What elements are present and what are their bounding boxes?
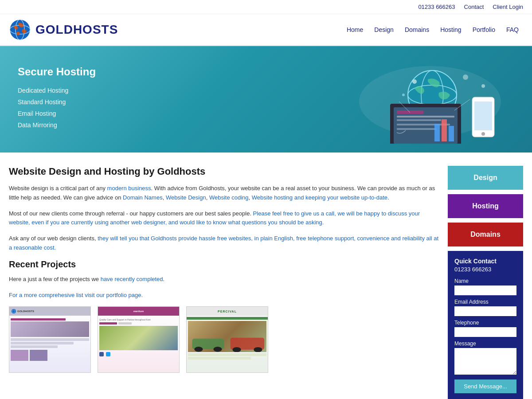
thumb-body: [187, 320, 268, 362]
thumb-facebook: [99, 352, 104, 356]
thumb-row: [188, 353, 266, 356]
quick-contact-form: Quick Contact 01233 666263 Name Email Ad…: [448, 251, 523, 399]
thumb-body: [9, 317, 90, 362]
goldhosts-thumbnail[interactable]: GOLDHOSTS: [9, 306, 91, 373]
list-item[interactable]: Email Hosting: [18, 110, 96, 117]
design-button[interactable]: Design: [448, 166, 523, 190]
para-2: Most of our new clients come through ref…: [9, 209, 439, 228]
domains-button[interactable]: Domains: [448, 223, 523, 246]
thumb-img: [188, 321, 266, 352]
hero-illustration: [346, 59, 514, 139]
email-label: Email Address: [454, 299, 516, 305]
thumb-img: [11, 321, 89, 337]
nav-hosting[interactable]: Hosting: [436, 24, 466, 35]
project-thumbnails: GOLDHOSTS meritum: [9, 306, 439, 373]
telephone-input[interactable]: [454, 327, 516, 337]
meritum-thumbnail[interactable]: meritum Quality Care and Support in Harl…: [98, 306, 180, 373]
thumb-body: Quality Care and Support in Harlow throu…: [98, 317, 179, 358]
hosting-button[interactable]: Hosting: [448, 194, 523, 218]
svg-point-28: [12, 309, 16, 314]
website-coding-link[interactable]: Website coding: [209, 194, 249, 201]
phone-number: 01233 666263: [418, 4, 455, 10]
svg-rect-20: [474, 102, 492, 130]
svg-rect-14: [397, 128, 437, 130]
globe-icon: [9, 19, 31, 41]
message-textarea[interactable]: [454, 348, 516, 375]
data-mirroring-link[interactable]: Data Mirroring: [18, 121, 57, 129]
svg-point-23: [481, 84, 485, 88]
thumb-mini-images: [11, 350, 89, 361]
hero-svg: [346, 59, 514, 144]
modern-business-link[interactable]: modern business: [107, 185, 151, 192]
thumb-header: GOLDHOSTS: [9, 307, 90, 316]
svg-point-25: [463, 74, 468, 80]
website-design-link[interactable]: Website Design: [166, 194, 206, 201]
car-illustration: [188, 321, 266, 352]
svg-rect-16: [442, 119, 447, 141]
portfolio-link[interactable]: For a more comprehesive list visit our p…: [9, 292, 143, 298]
thumb-row: [11, 345, 58, 348]
thumb-social-icons: [99, 352, 178, 356]
logo-text: GOLDHOSTS: [35, 23, 118, 37]
svg-rect-11: [397, 116, 454, 117]
recently-completed-link[interactable]: have recently completed: [101, 276, 163, 282]
svg-point-35: [232, 347, 241, 352]
hero-banner: Secure Hosting Dedicated Hosting Standar…: [0, 46, 532, 153]
svg-rect-15: [434, 124, 440, 141]
thumb-percival-label: PERCIVAL: [218, 310, 237, 313]
thumb-header: meritum: [98, 307, 179, 316]
logo-area: GOLDHOSTS: [9, 19, 118, 41]
quick-contact-title: Quick Contact: [454, 258, 516, 265]
thumb-row: [11, 342, 74, 344]
message-label: Message: [454, 340, 516, 347]
domain-names-link[interactable]: Domain Names: [123, 194, 163, 201]
standard-hosting-link[interactable]: Standard Hosting: [18, 98, 66, 106]
svg-point-24: [402, 94, 405, 96]
list-item[interactable]: Data Mirroring: [18, 121, 96, 129]
svg-rect-12: [397, 119, 441, 121]
send-message-button[interactable]: Send Message...: [454, 379, 516, 393]
email-input[interactable]: [454, 306, 516, 316]
name-label: Name: [454, 278, 516, 284]
percival-thumbnail[interactable]: PERCIVAL: [186, 306, 268, 373]
client-login-link[interactable]: Client Login: [493, 4, 523, 10]
para3-link[interactable]: they will tell you that Goldhosts provid…: [9, 235, 438, 251]
recent-para2: For a more comprehesive list visit our p…: [9, 291, 439, 300]
list-item[interactable]: Standard Hosting: [18, 98, 96, 106]
svg-rect-17: [449, 126, 454, 141]
thumb-goldhosts-label: GOLDHOSTS: [17, 310, 34, 313]
telephone-label: Telephone: [454, 320, 516, 326]
nav-design[interactable]: Design: [370, 24, 398, 35]
recent-heading: Recent Projects: [9, 259, 439, 270]
thumb-mini-img: [11, 350, 28, 361]
thumb-tagline: Quality Care and Support in Harlow throu…: [99, 318, 178, 321]
recent-intro: Here a just a few of the projects we hav…: [9, 275, 439, 300]
thumb-meritum-label: meritum: [133, 310, 144, 313]
thumb-globe-icon: [11, 309, 16, 314]
nav-domains[interactable]: Domains: [400, 24, 434, 35]
list-item[interactable]: Dedicated Hosting: [18, 87, 96, 94]
dedicated-hosting-link[interactable]: Dedicated Hosting: [18, 87, 68, 94]
thumb-twitter: [106, 352, 110, 356]
thumb-row-group: [99, 322, 178, 325]
content-left: Website Design and Hosting by Goldhosts …: [9, 166, 439, 373]
nav-faq[interactable]: FAQ: [502, 24, 523, 35]
main-heading: Website Design and Hosting by Goldhosts: [9, 166, 439, 177]
hero-left: Secure Hosting Dedicated Hosting Standar…: [18, 66, 96, 133]
para2-link[interactable]: Please feel free to give us a call, we w…: [9, 210, 420, 226]
site-header: GOLDHOSTS Home Design Domains Hosting Po…: [0, 14, 532, 46]
nav-home[interactable]: Home: [342, 24, 368, 35]
thumb-row: [188, 357, 251, 360]
email-hosting-link[interactable]: Email Hosting: [18, 110, 56, 117]
website-hosting-link[interactable]: Website hosting and keeping your website…: [252, 194, 387, 201]
svg-point-22: [412, 79, 417, 84]
main-content: Website Design and Hosting by Goldhosts …: [0, 153, 532, 399]
contact-link[interactable]: Contact: [464, 4, 484, 10]
nav-portfolio[interactable]: Portfolio: [468, 24, 500, 35]
svg-point-21: [481, 132, 485, 136]
para-1: Website design is a critical part of any…: [9, 184, 439, 203]
svg-point-32: [194, 347, 203, 352]
name-input[interactable]: [454, 286, 516, 295]
thumb-purple-bar: [99, 322, 117, 325]
thumb-row: [11, 338, 89, 341]
